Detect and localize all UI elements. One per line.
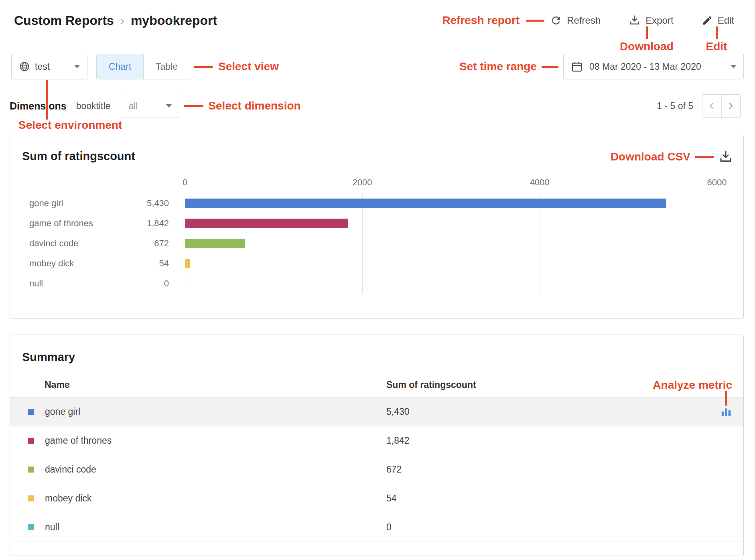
- annotation-line-download-csv: [695, 156, 714, 158]
- row-value: 5,430: [386, 406, 410, 417]
- edit-label: Edit: [718, 15, 734, 26]
- row-name: gone girl: [45, 406, 80, 417]
- summary-card: Summary Name Sum of ratingscount Analyze…: [10, 335, 744, 556]
- refresh-label: Refresh: [567, 15, 601, 26]
- row-name: null: [45, 522, 59, 533]
- chart-x-axis: 0200040006000: [185, 177, 717, 193]
- series-color-swatch: [28, 467, 34, 473]
- annotation-set-time-range: Set time range: [459, 60, 537, 73]
- refresh-icon: [550, 14, 562, 26]
- row-value: 0: [386, 522, 392, 533]
- dimension-name: booktitle: [76, 101, 111, 112]
- annotation-select-dimension: Select dimension: [208, 99, 300, 112]
- x-axis-tick-label: 0: [183, 177, 187, 188]
- breadcrumb-current: mybookreport: [131, 13, 217, 28]
- chart-body: 0200040006000 gone girl5,430game of thro…: [10, 163, 743, 294]
- environment-select[interactable]: test: [11, 54, 87, 79]
- chart-value-label: 672: [121, 238, 169, 249]
- annotation-line-refresh: [526, 20, 544, 22]
- chart-value-label: 5,430: [121, 198, 169, 209]
- annotation-refresh-report: Refresh report: [442, 14, 520, 27]
- series-color-swatch: [28, 495, 34, 501]
- pagination-range: 1 - 5 of 5: [657, 101, 693, 112]
- environment-value: test: [35, 61, 50, 72]
- tab-chart[interactable]: Chart: [97, 54, 143, 79]
- summary-rows: gone girl5,430game of thrones1,842davinc…: [10, 398, 743, 542]
- analyze-metric-icon[interactable]: [720, 406, 732, 418]
- series-color-swatch: [28, 524, 34, 530]
- next-page-button[interactable]: [721, 95, 741, 117]
- chart-card-header: Sum of ratingscount Download CSV: [10, 135, 743, 163]
- row-value: 54: [386, 493, 397, 504]
- breadcrumb-root[interactable]: Custom Reports: [14, 13, 114, 28]
- table-row: game of thrones1,842: [10, 426, 743, 455]
- x-axis-tick-label: 6000: [707, 177, 727, 188]
- annotation-line-time-range: [542, 66, 558, 68]
- chart-row: davinci code672: [185, 233, 717, 254]
- column-header-name: Name: [45, 379, 70, 390]
- chart-category-label: gone girl: [29, 198, 130, 209]
- x-axis-tick-label: 2000: [353, 177, 372, 188]
- annotation-line-download: [646, 26, 648, 39]
- annotation-analyze-metric: Analyze metric: [653, 379, 732, 392]
- annotation-download-csv: Download CSV: [611, 150, 690, 163]
- topbar-actions: Refresh report Refresh Export Edit: [442, 14, 734, 27]
- time-range-group: Set time range 08 Mar 2020 - 13 Mar 2020: [459, 54, 744, 79]
- gridline: [717, 193, 717, 294]
- row-name: mobey dick: [45, 493, 91, 504]
- export-label: Export: [645, 15, 673, 26]
- column-header-value: Sum of ratingscount: [386, 379, 476, 390]
- export-button[interactable]: Export: [629, 14, 673, 26]
- chevron-right-icon: ›: [120, 14, 124, 27]
- tab-table[interactable]: Table: [143, 54, 190, 79]
- series-color-swatch: [28, 409, 34, 415]
- chart-category-label: game of thrones: [29, 218, 130, 229]
- download-csv-group: Download CSV: [611, 150, 733, 164]
- chart-bar[interactable]: [185, 219, 348, 228]
- globe-icon: [19, 61, 30, 72]
- date-range-value: 08 Mar 2020 - 13 Mar 2020: [589, 61, 701, 72]
- chart-bar[interactable]: [185, 259, 190, 268]
- chart-bar[interactable]: [185, 239, 245, 248]
- series-color-swatch: [28, 438, 34, 444]
- dimensions-bar: Dimensions booktitle all Select dimensio…: [10, 94, 741, 118]
- row-value: 1,842: [386, 435, 410, 446]
- download-csv-icon[interactable]: [718, 150, 733, 164]
- dimension-value-select[interactable]: all: [121, 94, 179, 118]
- annotation-line-select-environment: [46, 80, 48, 120]
- row-name: davinci code: [45, 464, 96, 475]
- custom-report-page: Custom Reports › mybookreport Refresh re…: [0, 0, 755, 560]
- chart-row: gone girl5,430: [185, 193, 717, 213]
- chart-category-label: mobey dick: [29, 258, 130, 269]
- chevron-down-icon: [74, 65, 80, 68]
- chart-bar[interactable]: [185, 199, 666, 208]
- dimension-selected-value: all: [128, 101, 138, 112]
- chevron-down-icon: [166, 104, 172, 108]
- row-value: 672: [386, 464, 402, 475]
- summary-table-header: Name Sum of ratingscount Analyze metric: [10, 373, 743, 398]
- pencil-icon: [702, 15, 713, 26]
- edit-button[interactable]: Edit: [702, 15, 734, 26]
- chart-row: null0: [185, 274, 717, 294]
- annotation-download: Download: [595, 40, 699, 53]
- annotation-line-select-dimension: [184, 105, 203, 107]
- download-icon: [629, 14, 641, 26]
- view-toggle: Chart Table: [96, 54, 190, 79]
- date-range-picker[interactable]: 08 Mar 2020 - 13 Mar 2020: [563, 54, 744, 79]
- x-axis-tick-label: 4000: [530, 177, 550, 188]
- chart-row: mobey dick54: [185, 254, 717, 274]
- annotation-select-environment: Select environment: [18, 119, 122, 132]
- previous-page-button[interactable]: [702, 95, 721, 117]
- chart-value-label: 54: [121, 258, 169, 269]
- annotation-line-edit: [716, 26, 718, 39]
- annotation-edit: Edit: [684, 40, 749, 53]
- chart-category-label: null: [29, 278, 130, 289]
- table-row: null0: [10, 513, 743, 542]
- dimensions-label: Dimensions: [10, 100, 67, 112]
- chart-value-label: 0: [121, 278, 169, 289]
- chart-card: Sum of ratingscount Download CSV 0200040…: [10, 135, 744, 319]
- pagination-controls: [702, 94, 741, 118]
- refresh-button[interactable]: Refresh: [550, 14, 601, 26]
- breadcrumb: Custom Reports › mybookreport: [14, 13, 217, 28]
- report-toolbar: test Chart Table Select view Set time ra…: [11, 54, 744, 79]
